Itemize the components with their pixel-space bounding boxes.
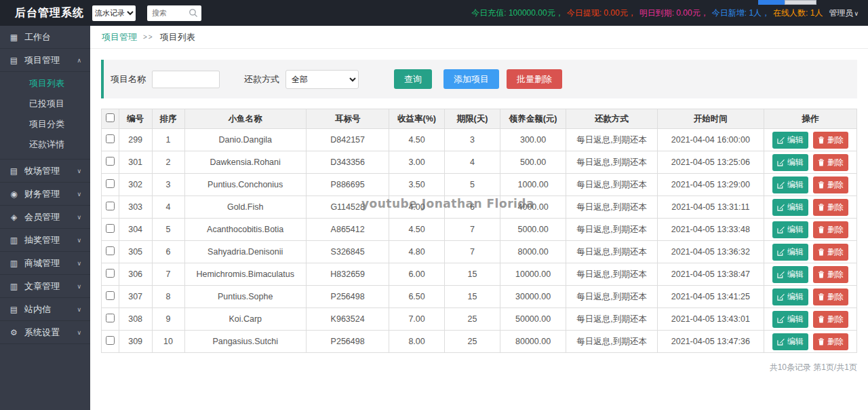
sidebar-item-article-management[interactable]: ▥ 文章管理 ∨ (0, 275, 90, 298)
row-checkbox[interactable] (106, 202, 115, 210)
cell-rate: 6.50 (389, 286, 444, 308)
row-checkbox[interactable] (106, 157, 115, 166)
sidebar-submenu-project: 项目列表 已投项目 项目分类 还款详情 (0, 72, 90, 160)
column-header: 领养金额(元) (500, 109, 566, 129)
cell-days: 3 (444, 129, 500, 151)
repayment-method-select[interactable]: 全部 (285, 70, 359, 89)
row-checkbox[interactable] (106, 134, 115, 143)
delete-button[interactable]: 删除 (813, 132, 848, 149)
chevron-down-icon: ∨ (77, 191, 81, 198)
delete-button[interactable]: 删除 (813, 333, 848, 350)
row-select-cell (102, 241, 119, 263)
edit-button[interactable]: 编辑 (772, 199, 808, 216)
main-area: 项目管理 >> 项目列表 项目名称 还款方式 全部 查询 添加项目 批量删除 (90, 26, 868, 410)
breadcrumb-section[interactable]: 项目管理 (102, 31, 137, 43)
sidebar-subitem-project-categories[interactable]: 项目分类 (0, 114, 90, 134)
delete-button[interactable]: 删除 (813, 199, 848, 216)
row-checkbox[interactable] (106, 314, 115, 322)
bulk-delete-button[interactable]: 批量删除 (507, 69, 562, 89)
admin-label: 管理员 (829, 8, 853, 18)
cell-amount: 30000.00 (500, 286, 566, 308)
row-checkbox[interactable] (106, 224, 115, 233)
row-checkbox[interactable] (106, 269, 115, 278)
sidebar-subitem-project-list[interactable]: 项目列表 (0, 73, 90, 94)
partial-toggle[interactable] (758, 0, 816, 5)
delete-button[interactable]: 删除 (813, 176, 848, 193)
cell-fish-name: Acanthocobitis.Botia (184, 219, 306, 241)
edit-icon (777, 181, 785, 189)
admin-menu[interactable]: 管理员∨ (829, 7, 859, 19)
cell-start-time: 2021-04-05 13:29:00 (657, 174, 764, 196)
delete-button[interactable]: 删除 (813, 154, 848, 171)
cell-fish-name: Koi.Carp (184, 308, 306, 331)
repayment-method-label: 还款方式 (244, 73, 279, 86)
edit-button[interactable]: 编辑 (772, 266, 808, 283)
cell-fish-name: Sahyadria.Denisonii (184, 241, 306, 263)
edit-button[interactable]: 编辑 (772, 288, 808, 305)
cell-repay-method: 每日返息,到期还本 (566, 286, 658, 308)
sidebar-item-workbench[interactable]: ▦ 工作台 (0, 26, 90, 49)
table-row: 307 8 Puntius.Sophe P256498 6.50 15 3000… (102, 286, 857, 308)
delete-button[interactable]: 删除 (813, 244, 848, 261)
sidebar-item-label: 商城管理 (24, 257, 74, 269)
sidebar-item-label: 会员管理 (24, 211, 74, 223)
select-all-checkbox[interactable] (106, 113, 115, 122)
column-header: 操作 (764, 109, 856, 129)
cell-repay-method: 每日返息,到期还本 (566, 263, 658, 286)
chevron-down-icon: ∨ (77, 283, 81, 290)
edit-button[interactable]: 编辑 (772, 221, 808, 238)
delete-button[interactable]: 删除 (813, 221, 848, 238)
edit-icon (777, 316, 785, 323)
sidebar-subitem-invested-projects[interactable]: 已投项目 (0, 94, 90, 114)
cell-rate: 6.00 (389, 263, 444, 286)
cell-actions: 编辑 删除 (764, 331, 856, 353)
row-checkbox[interactable] (106, 336, 115, 345)
cell-ear-tag: P256498 (306, 331, 389, 353)
delete-button[interactable]: 删除 (813, 266, 848, 283)
record-type-select[interactable]: 流水记录 (92, 5, 136, 21)
query-button[interactable]: 查询 (394, 69, 432, 89)
cell-amount: 1000.00 (500, 174, 566, 196)
sidebar-item-finance-management[interactable]: ◉ 财务管理 ∨ (0, 183, 90, 206)
sidebar-item-ranch-management[interactable]: ▤ 牧场管理 ∨ (0, 160, 90, 183)
coin-icon: ◉ (9, 189, 18, 199)
delete-button[interactable]: 删除 (813, 288, 848, 305)
delete-button[interactable]: 删除 (813, 311, 848, 328)
edit-button[interactable]: 编辑 (772, 176, 808, 193)
cell-sort: 4 (152, 196, 184, 219)
edit-icon (777, 136, 785, 144)
cell-repay-method: 每日返息,到期还本 (566, 331, 658, 353)
edit-button[interactable]: 编辑 (772, 244, 808, 261)
sidebar-item-site-messages[interactable]: ▤ 站内信 ∨ (0, 298, 90, 321)
sidebar-item-project-management[interactable]: ▤ 项目管理 ∧ (0, 49, 90, 72)
table-row: 301 2 Dawkensia.Rohani D343356 3.00 4 50… (102, 151, 857, 174)
shield-icon: ◈ (9, 212, 18, 222)
edit-button[interactable]: 编辑 (772, 154, 808, 171)
column-header: 收益率(%) (389, 109, 444, 129)
cell-id: 307 (119, 286, 152, 308)
sidebar-item-system-settings[interactable]: ⚙ 系统设置 ∨ (0, 321, 90, 344)
dashboard-icon: ▦ (9, 33, 18, 42)
sidebar-item-label: 站内信 (24, 303, 74, 316)
sidebar-item-mall-management[interactable]: ▥ 商城管理 ∨ (0, 252, 90, 275)
edit-button[interactable]: 编辑 (772, 132, 808, 149)
breadcrumb-separator: >> (143, 33, 154, 41)
cell-id: 304 (119, 219, 152, 241)
cell-days: 5 (444, 174, 500, 196)
row-checkbox[interactable] (106, 246, 115, 255)
row-select-cell (102, 286, 119, 308)
edit-button[interactable]: 编辑 (772, 311, 808, 328)
row-checkbox[interactable] (106, 179, 115, 188)
cell-ear-tag: A865412 (306, 219, 389, 241)
cell-actions: 编辑 删除 (764, 151, 856, 174)
row-checkbox[interactable] (106, 291, 115, 300)
edit-button[interactable]: 编辑 (772, 333, 808, 350)
cell-ear-tag: D343356 (306, 151, 389, 174)
sidebar-subitem-repayment-details[interactable]: 还款详情 (0, 134, 90, 155)
sidebar-item-member-management[interactable]: ◈ 会员管理 ∨ (0, 206, 90, 229)
project-name-input[interactable] (152, 71, 220, 88)
add-project-button[interactable]: 添加项目 (443, 69, 499, 89)
row-select-cell (102, 263, 119, 286)
sidebar-item-lottery-management[interactable]: ▥ 抽奖管理 ∨ (0, 229, 90, 252)
cell-id: 308 (119, 308, 152, 331)
